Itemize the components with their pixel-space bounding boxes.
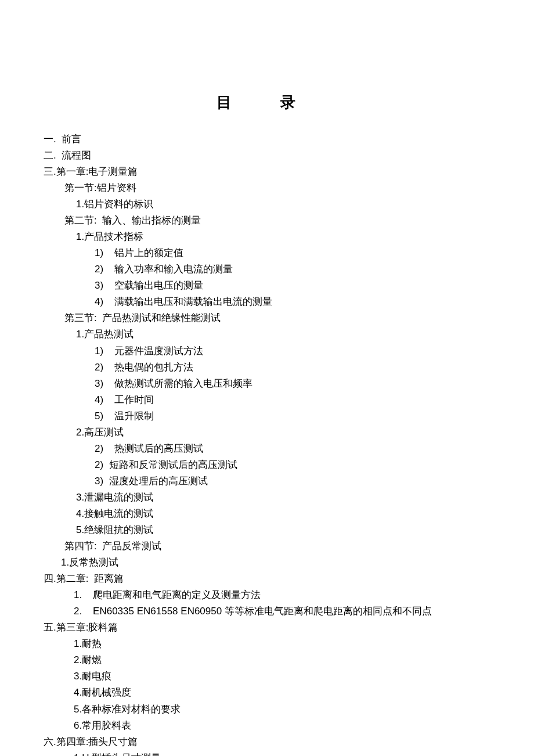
toc-section-3-2-1: 1.产品技术指标 bbox=[44, 229, 490, 245]
toc-section-3-4-1: 1.反常热测试 bbox=[44, 555, 490, 571]
toc-section-3-4: 第四节: 产品反常测试 bbox=[44, 538, 490, 555]
toc-section-3-1: 第一节:铝片资料 bbox=[44, 180, 490, 196]
toc-section-3-1-1: 1.铝片资料的标识 bbox=[44, 196, 490, 213]
toc-section-3: 三.第一章:电子测量篇 bbox=[44, 164, 490, 180]
toc-section-3-3-1-5: 5) 温升限制 bbox=[44, 408, 490, 424]
toc-section-5-2: 2.耐燃 bbox=[44, 652, 490, 668]
toc-section-4-2: 2. EN60335 EN61558 EN60950 等等标准电气距离和爬电距离… bbox=[44, 603, 490, 620]
toc-section-3-3-1-3: 3) 做热测试所需的输入电压和频率 bbox=[44, 376, 490, 392]
toc-section-3-3-1-1: 1) 元器件温度测试方法 bbox=[44, 343, 490, 359]
toc-section-5-6: 6.常用胶料表 bbox=[44, 718, 490, 734]
toc-section-3-3-2-1: 2) 热测试后的高压测试 bbox=[44, 441, 490, 457]
toc-section-3-2-1-4: 4) 满载输出电压和满载输出电流的测量 bbox=[44, 294, 490, 310]
toc-section-3-3-2-3: 3) 湿度处理后的高压测试 bbox=[44, 473, 490, 489]
toc-section-3-3: 第三节: 产品热测试和绝缘性能测试 bbox=[44, 310, 490, 326]
document-title: 目 录 bbox=[44, 90, 490, 115]
toc-section-5: 五.第三章:胶料篇 bbox=[44, 620, 490, 636]
toc-section-3-3-1-2: 2) 热电偶的包扎方法 bbox=[44, 359, 490, 376]
toc-section-5-4: 4.耐机械强度 bbox=[44, 685, 490, 701]
toc-section-2: 二. 流程图 bbox=[44, 147, 490, 164]
toc-section-3-3-2: 2.高压测试 bbox=[44, 424, 490, 441]
toc-section-4-1: 1. 爬电距离和电气距离的定义及测量方法 bbox=[44, 587, 490, 603]
toc-section-3-3-4: 4.接触电流的测试 bbox=[44, 506, 490, 522]
toc-section-4: 四.第二章: 距离篇 bbox=[44, 571, 490, 587]
toc-section-6-1: 1.U 型插头尺寸测量 bbox=[44, 750, 490, 756]
toc-section-5-3: 3.耐电痕 bbox=[44, 668, 490, 685]
toc-section-3-2-1-3: 3) 空载输出电压的测量 bbox=[44, 278, 490, 294]
toc-section-3-3-1-4: 4) 工作时间 bbox=[44, 392, 490, 408]
toc-section-3-2-1-1: 1) 铝片上的额定值 bbox=[44, 245, 490, 261]
toc-section-3-3-1: 1.产品热测试 bbox=[44, 326, 490, 343]
toc-section-6: 六.第四章:插头尺寸篇 bbox=[44, 734, 490, 750]
toc-section-5-5: 5.各种标准对材料的要求 bbox=[44, 701, 490, 718]
toc-section-5-1: 1.耐热 bbox=[44, 636, 490, 652]
toc-section-3-3-2-2: 2) 短路和反常测试后的高压测试 bbox=[44, 457, 490, 473]
toc-section-3-2-1-2: 2) 输入功率和输入电流的测量 bbox=[44, 261, 490, 278]
toc-section-3-2: 第二节: 输入、输出指标的测量 bbox=[44, 213, 490, 229]
toc-section-3-3-5: 5.绝缘阻抗的测试 bbox=[44, 522, 490, 538]
toc-section-3-3-3: 3.泄漏电流的测试 bbox=[44, 489, 490, 506]
toc-section-1: 一. 前言 bbox=[44, 131, 490, 147]
